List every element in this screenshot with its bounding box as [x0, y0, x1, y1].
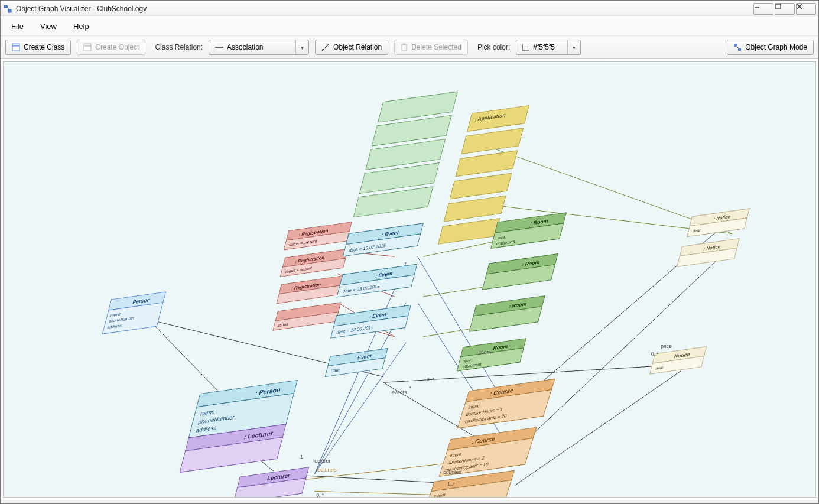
assoc-line-icon: [215, 45, 223, 49]
menu-help[interactable]: Help: [66, 19, 96, 33]
create-object-label: Create Object: [95, 43, 139, 51]
create-class-button[interactable]: Create Class: [5, 40, 71, 55]
pale-green-stack: [353, 92, 457, 217]
svg-rect-19: [738, 48, 741, 51]
mode-button-label: Object Graph Mode: [745, 43, 807, 51]
dropdown-arrow-icon: ▾: [295, 40, 308, 54]
color-swatch: [522, 44, 529, 51]
svg-rect-52: [462, 128, 524, 154]
svg-text:0..*: 0..*: [651, 351, 659, 357]
svg-rect-15: [402, 45, 407, 51]
svg-text:events: events: [392, 389, 407, 395]
pick-color-label: Pick color:: [474, 43, 510, 51]
svg-rect-4: [776, 4, 781, 9]
window-title: Object Graph Visualizer - ClubSchool.ogv: [16, 5, 753, 13]
create-class-label: Create Class: [24, 43, 64, 51]
svg-point-13: [322, 50, 324, 51]
minimize-button[interactable]: [753, 3, 774, 15]
svg-line-26: [383, 365, 669, 382]
toolbar: Create Class Create Object Class Relatio…: [1, 36, 818, 59]
svg-rect-56: [438, 218, 500, 244]
svg-rect-7: [12, 44, 20, 46]
event-stack: : Event date = 15.07.2015 : Event date =…: [311, 222, 433, 379]
menu-bar: File View Help: [1, 17, 818, 36]
color-value: #f5f5f5: [533, 43, 555, 51]
svg-text:*: *: [410, 385, 412, 391]
delete-selected-label: Delete Selected: [411, 43, 462, 51]
svg-rect-53: [456, 151, 518, 177]
title-bar: Object Graph Visualizer - ClubSchool.ogv: [1, 1, 818, 17]
status-bar: [1, 500, 818, 503]
svg-text:lecturer: lecturer: [313, 458, 330, 464]
object-relation-button[interactable]: Object Relation: [315, 40, 388, 55]
color-combo[interactable]: #f5f5f5 ▾: [516, 40, 581, 55]
svg-text:room: room: [479, 349, 491, 355]
object-relation-label: Object Relation: [333, 43, 382, 51]
close-button[interactable]: [796, 3, 816, 15]
canvas[interactable]: : Application Person name phoneNumber ad…: [3, 61, 816, 498]
svg-rect-8: [12, 46, 20, 51]
svg-text:courses: courses: [443, 469, 462, 475]
person-lecturer-object: : Person name phoneNumber address : Lect…: [180, 381, 297, 473]
object-graph-mode-button[interactable]: Object Graph Mode: [727, 40, 814, 55]
course-stack: : Course intent durationHours = 1 maxPar…: [424, 379, 555, 497]
svg-line-20: [737, 47, 738, 48]
graph-mode-icon: [733, 43, 742, 51]
class-relation-value: Association: [227, 43, 263, 51]
menu-view[interactable]: View: [33, 19, 64, 33]
svg-rect-18: [734, 44, 737, 47]
maximize-button[interactable]: [775, 3, 795, 15]
svg-rect-0: [4, 5, 7, 8]
svg-text:0..*: 0..*: [427, 376, 435, 382]
diagram-svg: : Application Person name phoneNumber ad…: [4, 62, 815, 497]
class-relation-combo[interactable]: Association ▾: [209, 40, 309, 55]
svg-text:lecturers: lecturers: [317, 467, 337, 473]
create-class-icon: [12, 43, 20, 51]
svg-rect-9: [84, 44, 91, 46]
trash-icon: [401, 43, 408, 51]
create-object-button: Create Object: [77, 40, 145, 55]
svg-text:price: price: [661, 343, 672, 349]
app-icon: [3, 4, 12, 14]
svg-text:1..*: 1..*: [447, 481, 456, 487]
svg-text:1: 1: [300, 454, 303, 460]
svg-rect-55: [444, 196, 506, 222]
svg-text:0..*: 0..*: [316, 492, 324, 497]
menu-file[interactable]: File: [4, 19, 31, 33]
dropdown-arrow-icon: ▾: [567, 40, 580, 54]
lecturer-class-small: Lecturer: [233, 467, 309, 497]
svg-rect-54: [450, 173, 512, 199]
notice-stack: : Notice date : Notice: [677, 209, 750, 267]
class-relation-label: Class Relation:: [151, 43, 203, 51]
delete-selected-button: Delete Selected: [394, 40, 468, 55]
object-relation-icon: [321, 43, 330, 51]
create-object-icon: [83, 43, 92, 51]
svg-rect-10: [84, 46, 91, 51]
